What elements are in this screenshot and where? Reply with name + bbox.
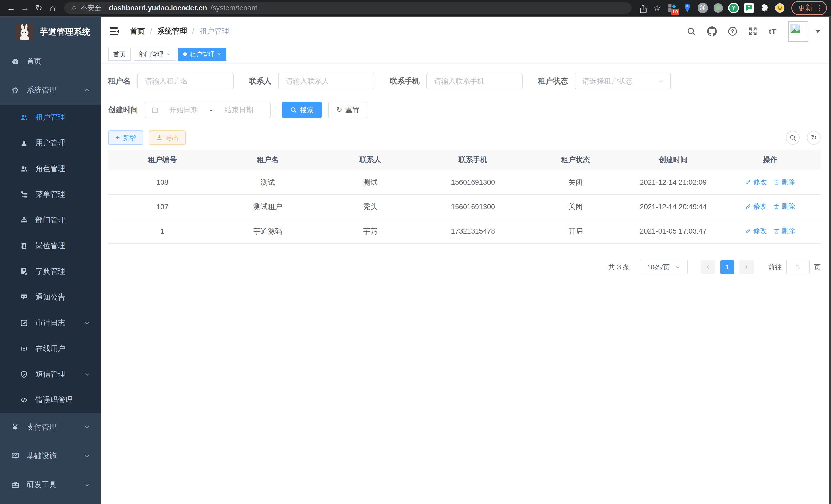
table-row: 107 测试租户 秃头 15601691300 关闭 2021-12-14 20… — [108, 195, 821, 219]
sidebar-item-dict[interactable]: 字典管理 — [0, 259, 101, 285]
edit-button[interactable]: 修改 — [745, 202, 767, 211]
delete-button[interactable]: 删除 — [773, 202, 795, 211]
reload-icon[interactable]: ↻ — [32, 0, 46, 16]
col-mobile: 联系手机 — [422, 149, 524, 170]
window-edge — [829, 17, 831, 504]
extension-pin-icon[interactable] — [682, 3, 693, 13]
sidebar-item-audit-log[interactable]: 审计日志 — [0, 310, 101, 336]
page-unit-label: 页 — [814, 263, 821, 272]
address-bar[interactable]: ⚠ 不安全 dashboard.yudao.iocoder.cn /system… — [64, 2, 632, 14]
active-tab-dot — [183, 52, 187, 56]
trash-icon — [773, 228, 780, 234]
font-size-icon[interactable]: tT — [769, 27, 776, 36]
create-time-label: 创建时间 — [108, 105, 138, 115]
sidebar-item-notice[interactable]: 通知公告 — [0, 285, 101, 310]
page-size-select[interactable]: 10条/页 — [639, 260, 688, 274]
forward-icon[interactable]: → — [18, 0, 32, 16]
trash-icon — [773, 179, 780, 185]
extensions-tray: 10 ⌘ Y — [664, 3, 788, 13]
fullscreen-icon[interactable] — [748, 27, 757, 36]
refresh-table-button[interactable]: ↻ — [807, 131, 821, 145]
mobile-input[interactable] — [426, 73, 523, 89]
avatar[interactable] — [788, 21, 808, 41]
sidebar-item-home[interactable]: 首页 — [0, 47, 101, 76]
system-submenu: 租户管理 用户管理 角色管理 菜单管理 — [0, 105, 101, 413]
search-button[interactable]: 搜索 — [282, 102, 322, 118]
breadcrumb: 首页 / 系统管理 / 租户管理 — [130, 26, 229, 36]
add-button[interactable]: + 新增 — [108, 130, 143, 145]
sidebar-item-infra[interactable]: 基础设施 — [0, 442, 101, 470]
online-user-icon — [20, 345, 28, 353]
status-select[interactable]: 请选择租户状态 — [575, 73, 671, 89]
sidebar-item-online-user[interactable]: 在线用户 — [0, 336, 101, 361]
sidebar-item-post[interactable]: 岗位管理 — [0, 233, 101, 259]
breadcrumb-home[interactable]: 首页 — [130, 26, 145, 36]
chevron-up-icon — [84, 87, 90, 93]
header-search-icon[interactable] — [687, 27, 696, 36]
sidebar-item-user[interactable]: 用户管理 — [0, 130, 101, 156]
page-number-current[interactable]: 1 — [720, 261, 734, 274]
sms-icon — [20, 370, 28, 378]
dashboard-icon — [11, 58, 20, 65]
sidebar-item-system[interactable]: ⚙ 系统管理 — [0, 76, 101, 105]
calendar-icon — [151, 106, 159, 114]
close-icon[interactable]: × — [218, 51, 221, 58]
status-label: 租户状态 — [538, 76, 568, 86]
sidebar-item-dept[interactable]: 部门管理 — [0, 207, 101, 233]
breadcrumb-system[interactable]: 系统管理 — [157, 26, 187, 36]
browser-menu-icon[interactable]: ⋮ — [816, 4, 823, 12]
close-icon[interactable]: × — [167, 51, 170, 58]
browser-update-button[interactable]: 更新 ⋮ — [792, 1, 827, 15]
next-page-button[interactable] — [739, 261, 754, 274]
export-button[interactable]: 导出 — [149, 130, 186, 145]
back-icon[interactable]: ← — [4, 0, 18, 16]
command-glyph: ⌘ — [698, 3, 708, 13]
contact-input[interactable] — [278, 73, 374, 89]
avatar-caret-down-icon[interactable] — [815, 30, 821, 33]
tab-home[interactable]: 首页 — [108, 48, 131, 61]
contact-label: 联系人 — [249, 76, 271, 86]
tenant-name-input[interactable] — [137, 73, 234, 89]
edit-icon — [745, 179, 751, 185]
share-icon[interactable] — [636, 2, 650, 14]
show-search-toggle-button[interactable] — [786, 131, 800, 145]
url-host: dashboard.yudao.iocoder.cn — [109, 4, 207, 12]
sidebar-item-pay[interactable]: ¥ 支付管理 — [0, 413, 101, 442]
gear-icon: ⚙ — [11, 86, 20, 94]
extension-grid-icon[interactable]: 10 — [666, 3, 677, 13]
sidebar-item-sms[interactable]: 短信管理 — [0, 361, 101, 387]
extension-puzzle-icon[interactable] — [759, 3, 770, 13]
sidebar-collapse-icon[interactable] — [110, 27, 120, 36]
bookmark-star-icon[interactable]: ☆ — [650, 0, 664, 16]
tenant-table: 租户编号 租户名 联系人 联系手机 租户状态 创建时间 操作 108 测试 测试 — [108, 149, 821, 243]
help-icon[interactable]: ? — [728, 27, 737, 36]
goto-page-input[interactable] — [786, 260, 810, 274]
prev-page-button[interactable] — [701, 261, 715, 274]
extension-command-icon[interactable]: ⌘ — [697, 3, 708, 13]
sidebar-item-devtools[interactable]: 研发工具 — [0, 470, 101, 499]
home-icon[interactable]: ⌂ — [46, 0, 60, 16]
sidebar-item-role[interactable]: 角色管理 — [0, 156, 101, 182]
dept-icon — [20, 216, 28, 224]
sidebar-item-error-code[interactable]: 错误码管理 — [0, 387, 101, 413]
post-icon — [20, 242, 28, 250]
extension-chat-icon[interactable] — [744, 3, 754, 13]
tab-dept[interactable]: 部门管理 × — [134, 48, 175, 61]
refresh-icon: ↻ — [336, 106, 342, 114]
delete-button[interactable]: 删除 — [773, 226, 795, 235]
extension-yudao-icon[interactable]: Y — [728, 3, 739, 13]
create-time-range-picker[interactable]: 开始日期 - 结束日期 — [145, 102, 270, 118]
reset-button[interactable]: ↻ 重置 — [328, 102, 368, 118]
chevron-down-icon — [84, 320, 90, 326]
sidebar-item-menu[interactable]: 菜单管理 — [0, 182, 101, 207]
yudao-letter: Y — [729, 4, 738, 12]
edit-button[interactable]: 修改 — [745, 178, 767, 186]
github-icon[interactable] — [707, 26, 717, 36]
edit-button[interactable]: 修改 — [745, 226, 767, 235]
tab-tenant[interactable]: 租户管理 × — [178, 48, 226, 61]
extension-emoji-icon[interactable] — [774, 3, 785, 13]
extension-record-icon[interactable] — [713, 3, 724, 13]
delete-button[interactable]: 删除 — [773, 178, 795, 186]
sidebar-item-tenant[interactable]: 租户管理 — [0, 105, 101, 130]
edit-icon — [745, 203, 751, 210]
